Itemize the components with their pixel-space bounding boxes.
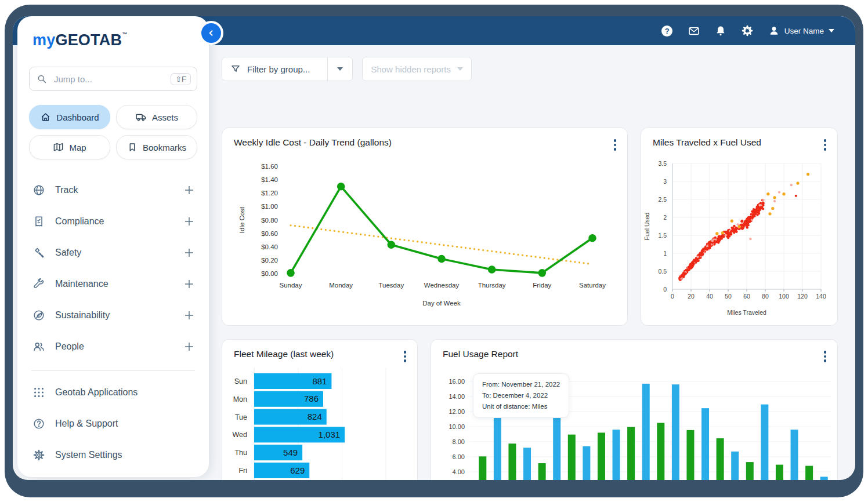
svg-text:0: 0 — [671, 293, 674, 300]
assets-label: Assets — [152, 112, 178, 122]
svg-text:Tuesday: Tuesday — [378, 282, 404, 289]
svg-text:Friday: Friday — [533, 282, 551, 289]
svg-text:6.00: 6.00 — [453, 453, 465, 460]
tooltip-unit: Unit of distance: Miles — [482, 401, 560, 412]
mail-icon[interactable] — [688, 25, 700, 37]
quick-nav-buttons: Dashboard Assets Map Bookmarks — [29, 105, 197, 159]
divider — [31, 370, 195, 371]
plus-icon[interactable] — [185, 185, 194, 195]
tooltip-to: To: December 4, 2022 — [482, 390, 560, 401]
chevron-down-icon — [829, 29, 834, 32]
svg-text:$1.00: $1.00 — [261, 203, 278, 210]
sidebar-item-sustainability[interactable]: Sustainability — [17, 300, 209, 331]
leaf-icon — [32, 309, 45, 322]
plus-icon[interactable] — [185, 342, 194, 351]
svg-text:Day of Week: Day of Week — [422, 300, 461, 307]
track-label: Track — [55, 185, 185, 195]
kebab-menu-icon[interactable] — [822, 137, 829, 152]
bookmarks-label: Bookmarks — [143, 143, 186, 152]
bell-icon[interactable] — [715, 25, 726, 37]
mygeotab-logo: myGEOTAB™ — [32, 31, 209, 49]
sidebar-item-geotab-applications[interactable]: Geotab Applications — [17, 377, 209, 408]
svg-text:$0.80: $0.80 — [261, 217, 278, 224]
filter-by-group-label: Filter by group... — [247, 64, 310, 74]
svg-text:2.5: 2.5 — [658, 196, 667, 203]
sidebar-item-track[interactable]: Track — [17, 174, 209, 206]
chevron-left-icon — [206, 28, 216, 38]
svg-text:40: 40 — [706, 293, 713, 300]
gear-icon — [32, 449, 45, 461]
plus-icon[interactable] — [185, 311, 194, 320]
filter-dropdown-caret[interactable] — [328, 67, 352, 71]
chevron-down-icon — [457, 67, 463, 71]
jump-to-search[interactable]: ⇧F — [29, 67, 197, 91]
system-settings-label: System Settings — [55, 450, 194, 460]
sidebar-item-people[interactable]: People — [17, 331, 209, 362]
sidebar: myGEOTAB™ ⇧F Dashboard Assets — [17, 16, 209, 477]
user-name-label: User Name — [784, 27, 824, 35]
app-window: ? — [13, 16, 855, 480]
svg-text:4.00: 4.00 — [453, 468, 465, 475]
plus-icon[interactable] — [185, 217, 194, 226]
sidebar-collapse-button[interactable] — [199, 21, 223, 45]
fuel-usage-card-title: Fuel Usage Report — [431, 340, 837, 363]
map-button[interactable]: Map — [29, 135, 110, 159]
kebab-menu-icon[interactable] — [822, 349, 829, 364]
svg-text:$0.00: $0.00 — [261, 270, 278, 277]
show-hidden-reports-button[interactable]: Show hidden reports — [362, 57, 472, 81]
svg-text:$1.60: $1.60 — [261, 163, 278, 170]
people-icon — [32, 340, 45, 353]
safety-label: Safety — [55, 248, 185, 258]
sidebar-item-system-settings[interactable]: System Settings — [17, 439, 209, 471]
svg-text:Fri: Fri — [238, 467, 247, 475]
assets-button[interactable]: Assets — [116, 105, 197, 129]
svg-text:$1.20: $1.20 — [261, 190, 278, 197]
miles-fuel-card: Miles Traveled x Fuel Used 00.511.522.53… — [641, 128, 838, 326]
svg-text:1,031: 1,031 — [319, 430, 341, 439]
help-support-label: Help & Support — [55, 419, 194, 429]
plus-icon[interactable] — [185, 248, 194, 257]
svg-text:Sunday: Sunday — [279, 282, 302, 289]
svg-text:2: 2 — [663, 214, 667, 221]
dashboard-button[interactable]: Dashboard — [29, 105, 110, 129]
svg-text:Wednesday: Wednesday — [424, 282, 460, 289]
sidebar-item-safety[interactable]: Safety — [17, 237, 209, 268]
svg-text:$0.40: $0.40 — [261, 243, 278, 250]
sustainability-label: Sustainability — [55, 310, 185, 321]
logo-tm: ™ — [122, 31, 127, 37]
gear-icon[interactable] — [742, 25, 753, 37]
sidebar-footer: Geotab Applications Help & Support Syste… — [17, 377, 209, 471]
compliance-label: Compliance — [55, 216, 185, 227]
svg-text:881: 881 — [312, 376, 327, 386]
globe-icon — [32, 184, 45, 197]
filter-by-group-button[interactable]: Filter by group... — [222, 57, 353, 81]
svg-text:$0.60: $0.60 — [261, 230, 278, 237]
svg-text:20: 20 — [688, 293, 695, 300]
svg-text:80: 80 — [762, 293, 769, 300]
help-icon[interactable]: ? — [661, 25, 673, 37]
bookmarks-button[interactable]: Bookmarks — [116, 135, 197, 159]
search-input[interactable] — [53, 74, 171, 85]
sidebar-item-compliance[interactable]: Compliance — [17, 206, 209, 237]
svg-text:10.00: 10.00 — [449, 423, 465, 430]
map-label: Map — [69, 143, 86, 152]
svg-text:$1.40: $1.40 — [261, 176, 278, 183]
sidebar-item-help-support[interactable]: Help & Support — [17, 408, 209, 439]
svg-text:629: 629 — [290, 465, 305, 475]
svg-text:8.00: 8.00 — [453, 438, 465, 445]
svg-text:120: 120 — [797, 293, 808, 300]
seatbelt-icon — [32, 246, 45, 259]
kebab-menu-icon[interactable] — [402, 349, 408, 364]
shortcut-badge: ⇧F — [171, 73, 191, 85]
svg-text:140: 140 — [816, 293, 826, 300]
sidebar-item-maintenance[interactable]: Maintenance — [17, 268, 209, 300]
kebab-menu-icon[interactable] — [612, 137, 619, 152]
fuel-usage-card: Fuel Usage Report 0.002.004.006.008.0010… — [431, 339, 838, 480]
svg-text:14.00: 14.00 — [449, 393, 465, 400]
sidebar-menu: Track Compliance Safety M — [17, 174, 209, 362]
user-menu[interactable]: User Name — [768, 25, 834, 37]
miles-fuel-card-title: Miles Traveled x Fuel Used — [641, 128, 837, 151]
svg-text:$0.20: $0.20 — [261, 257, 278, 264]
plus-icon[interactable] — [185, 279, 194, 289]
truck-icon — [135, 111, 147, 123]
